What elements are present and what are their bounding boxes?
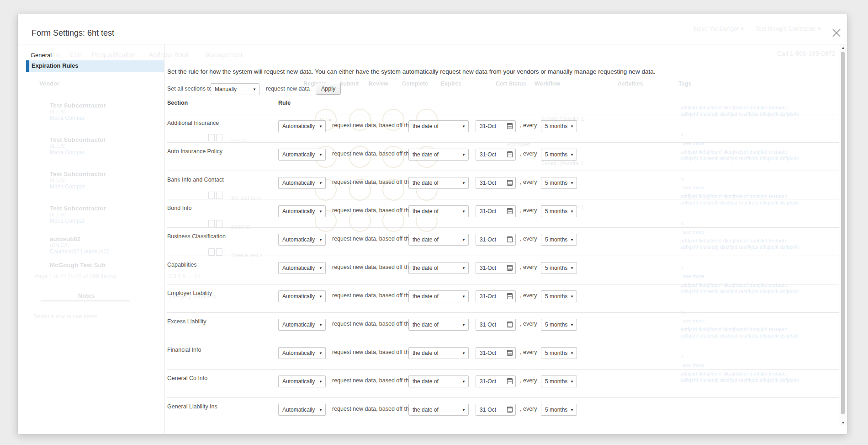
rule-interval-select[interactable]: 5 months ▼ [541, 347, 577, 359]
rule-interval-select[interactable]: 5 months ▼ [541, 177, 577, 189]
rule-text: request new data, based off the [332, 264, 412, 270]
ghost-tab: Management [205, 51, 243, 59]
ghost-tag-text: adtfjsid fkdsjfldsnf dkstjfkdsof dsnfjlk… [680, 105, 788, 110]
calendar-icon[interactable] [507, 378, 513, 384]
rule-interval-select[interactable]: 5 months ▼ [541, 234, 577, 246]
rule-basis-select[interactable]: the date of ▼ [408, 347, 469, 359]
calendar-icon[interactable] [507, 208, 513, 214]
close-icon[interactable] [831, 27, 842, 38]
rule-mode-select[interactable]: Automatically ▼ [278, 262, 326, 274]
select-value: Automatically [282, 378, 315, 385]
rule-date-input[interactable]: 31-Oct [476, 262, 516, 274]
chevron-down-icon: ▼ [462, 206, 466, 217]
chevron-down-icon: ▼ [570, 291, 574, 302]
rule-mode-select[interactable]: Automatically ▼ [278, 404, 326, 416]
rule-mode-select[interactable]: Automatically ▼ [278, 319, 326, 331]
ghost-vendor-name: Test Subcontractor [50, 171, 106, 177]
chevron-down-icon: ▼ [253, 84, 256, 95]
section-name: Additional Insurance [167, 120, 219, 126]
rule-interval-select[interactable]: 5 months ▼ [541, 262, 577, 274]
rule-date-input[interactable]: 31-Oct [476, 290, 516, 302]
rule-date-input[interactable]: 31-Oct [476, 177, 516, 189]
every-label: , every [520, 349, 537, 355]
every-label: , every [520, 292, 537, 299]
ghost-notes-tab: Notes [78, 292, 95, 299]
rule-text: request new data, based off the [332, 122, 412, 129]
rule-mode-select[interactable]: Automatically ▼ [278, 375, 326, 387]
rule-mode-select[interactable]: Automatically ▼ [278, 149, 326, 161]
select-value: 5 months [545, 293, 567, 300]
calendar-icon[interactable] [507, 236, 513, 242]
select-value: 5 months [545, 350, 567, 356]
calendar-icon[interactable] [507, 180, 513, 186]
form-settings-modal: HomeCDIPrequalificationAddress BookManag… [17, 14, 847, 434]
select-value: 5 months [545, 151, 567, 158]
calendar-icon[interactable] [507, 407, 513, 413]
calendar-icon[interactable] [507, 123, 513, 129]
sidebar-item-general[interactable]: General [26, 50, 164, 61]
sidebar-item-expiration-rules[interactable]: Expiration Rules [26, 60, 164, 72]
rule-interval-select[interactable]: 5 months ▼ [541, 404, 577, 416]
rule-date-input[interactable]: 31-Oct [476, 205, 516, 217]
select-value: 5 months [545, 407, 567, 413]
rule-mode-select[interactable]: Automatically ▼ [278, 177, 326, 189]
rule-date-input[interactable]: 31-Oct [476, 120, 516, 132]
rule-interval-select[interactable]: 5 months ▼ [541, 205, 577, 217]
rule-text: request new data, based off the [332, 377, 412, 384]
rule-interval-select[interactable]: 5 months ▼ [541, 149, 577, 161]
expiration-rule-row: Additional Insurance Automatically ▼ req… [167, 114, 839, 142]
rule-basis-select[interactable]: the date of ▼ [408, 262, 469, 274]
rule-basis-select[interactable]: the date of ▼ [408, 149, 469, 161]
rule-date-input[interactable]: 31-Oct [476, 347, 516, 359]
rule-mode-select[interactable]: Automatically ▼ [278, 290, 326, 302]
rule-date-input[interactable]: 31-Oct [476, 404, 516, 416]
rule-text: request new data, based off the [332, 179, 412, 185]
rule-interval-select[interactable]: 5 months ▼ [541, 319, 577, 331]
calendar-icon[interactable] [507, 265, 513, 271]
rule-basis-select[interactable]: the date of ▼ [408, 177, 469, 189]
ghost-vendor-contact: Cautosub02 Lautosub02 [50, 248, 110, 255]
section-name: Financial Info [167, 347, 201, 353]
select-value: Automatically [282, 322, 315, 328]
rule-date-input[interactable]: 31-Oct [476, 319, 516, 331]
rule-mode-select[interactable]: Automatically ▼ [278, 347, 326, 359]
scroll-down-icon[interactable]: ▼ [840, 419, 846, 426]
apply-button[interactable]: Apply [316, 83, 341, 95]
ghost-vendor-header: Vendor [39, 80, 59, 87]
rule-basis-select[interactable]: the date of ▼ [408, 120, 469, 132]
calendar-icon[interactable] [507, 322, 513, 327]
calendar-icon[interactable] [507, 293, 513, 299]
rule-date-input[interactable]: 31-Oct [476, 234, 516, 246]
rule-basis-select[interactable]: the date of ▼ [408, 290, 469, 302]
chevron-down-icon: ▼ [462, 149, 466, 161]
rule-basis-select[interactable]: the date of ▼ [408, 319, 469, 331]
rule-basis-select[interactable]: the date of ▼ [408, 404, 469, 416]
date-value: 31-Oct [480, 378, 496, 385]
rule-interval-select[interactable]: 5 months ▼ [541, 290, 577, 302]
calendar-icon[interactable] [507, 350, 513, 356]
rule-basis-select[interactable]: the date of ▼ [408, 205, 469, 217]
date-value: 31-Oct [480, 322, 496, 328]
vertical-scrollbar[interactable]: ▲ ▼ [840, 44, 846, 426]
rule-mode-select[interactable]: Automatically ▼ [278, 120, 326, 132]
expiration-rule-row: Bank Info and Contact Automatically ▼ re… [167, 171, 839, 199]
rule-basis-select[interactable]: the date of ▼ [408, 375, 469, 387]
chevron-down-icon: ▼ [570, 149, 574, 161]
column-header-rule: Rule [278, 100, 291, 106]
rule-date-input[interactable]: 31-Oct [476, 375, 516, 387]
rule-interval-select[interactable]: 5 months ▼ [541, 375, 577, 387]
calendar-icon[interactable] [507, 151, 513, 157]
rule-date-input[interactable]: 31-Oct [476, 149, 516, 161]
set-all-mode-select[interactable]: Manually ▼ [211, 83, 259, 95]
rule-mode-select[interactable]: Automatically ▼ [278, 205, 326, 217]
rule-mode-select[interactable]: Automatically ▼ [278, 234, 326, 246]
rule-basis-select[interactable]: the date of ▼ [408, 234, 469, 246]
select-value: Manually [215, 86, 237, 92]
rule-interval-select[interactable]: 5 months ▼ [541, 120, 577, 132]
chevron-down-icon: ▼ [319, 121, 323, 132]
scrollbar-thumb[interactable] [841, 52, 845, 414]
every-label: , every [520, 406, 537, 412]
date-value: 31-Oct [480, 293, 496, 300]
chevron-down-icon: ▼ [570, 206, 574, 217]
scroll-up-icon[interactable]: ▲ [840, 44, 846, 51]
